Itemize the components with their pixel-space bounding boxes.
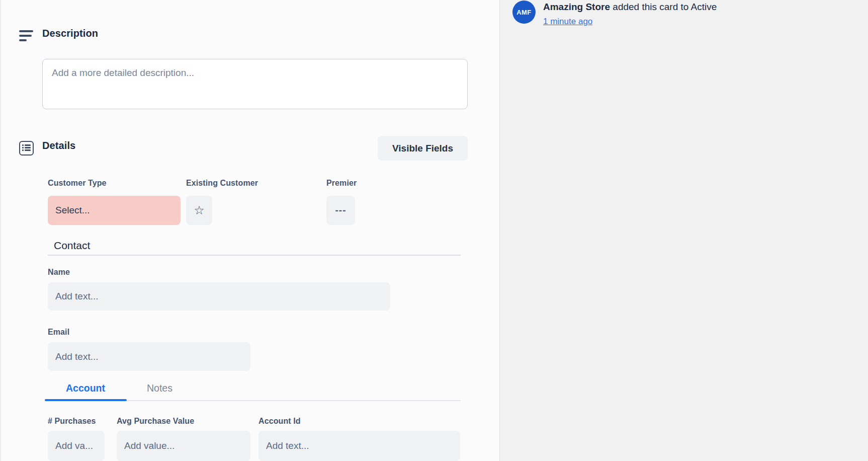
description-input[interactable] <box>42 59 468 109</box>
avg-purchase-value-input[interactable] <box>117 431 250 461</box>
description-icon <box>19 30 33 42</box>
purchases-label: # Purchases <box>48 417 96 426</box>
name-input[interactable] <box>48 282 390 311</box>
details-icon <box>19 141 34 156</box>
account-id-label: Account Id <box>258 417 301 426</box>
account-id-input[interactable] <box>258 431 460 461</box>
contact-group-title: Contact <box>54 240 90 252</box>
visible-fields-button[interactable]: Visible Fields <box>378 136 468 161</box>
avatar-initials: AMF <box>516 9 532 16</box>
card-main-column: Description Details Visible Fields Custo… <box>0 0 499 461</box>
premier-select[interactable]: --- <box>326 196 355 225</box>
tab-notes[interactable]: Notes <box>147 382 172 394</box>
description-section-title: Description <box>42 28 98 39</box>
tab-account-active-indicator <box>45 399 127 401</box>
customer-type-label: Customer Type <box>48 179 107 188</box>
contact-divider <box>48 255 461 256</box>
card-detail-view: Description Details Visible Fields Custo… <box>0 0 868 461</box>
email-label: Email <box>48 328 69 337</box>
existing-customer-label: Existing Customer <box>186 179 258 188</box>
details-section-title: Details <box>42 140 75 151</box>
name-label: Name <box>48 268 70 277</box>
activity-timestamp-link[interactable]: 1 minute ago <box>543 17 592 27</box>
star-icon: ☆ <box>194 204 205 216</box>
activity-actor: Amazing Store <box>543 2 610 12</box>
customer-type-select[interactable]: Select... <box>48 196 181 225</box>
activity-panel: AMF Amazing Store added this card to Act… <box>499 0 868 461</box>
tab-account[interactable]: Account <box>66 382 105 394</box>
existing-customer-checkbox[interactable]: ☆ <box>186 196 212 225</box>
avatar[interactable]: AMF <box>512 1 536 24</box>
activity-action: added this card to Active <box>610 2 717 12</box>
avg-purchase-value-label: Avg Purchase Value <box>117 417 194 426</box>
email-input[interactable] <box>48 342 250 371</box>
purchases-input[interactable] <box>48 431 105 461</box>
activity-entry-text: Amazing Store added this card to Active <box>543 2 717 13</box>
premier-label: Premier <box>326 179 357 188</box>
